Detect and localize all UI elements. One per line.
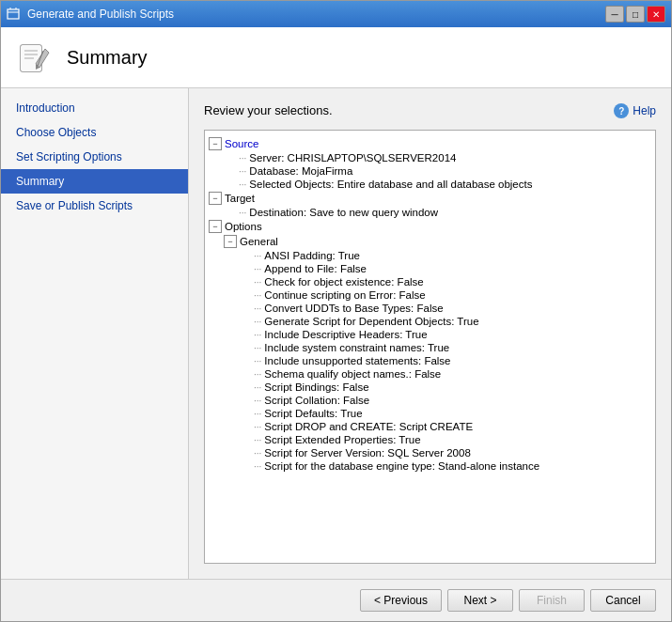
tree-label-continue-scripting: Continue scripting on Error: False <box>264 289 425 301</box>
tree-node-script-engine-type: ··· Script for the database engine type:… <box>209 459 651 473</box>
tree-label-selected-objects: Selected Objects: Entire database and al… <box>249 179 532 190</box>
tree-label-target: Target <box>225 193 255 204</box>
tree-label-script-drop-create: Script DROP and CREATE: Script CREATE <box>264 421 473 432</box>
maximize-button[interactable]: □ <box>626 6 645 23</box>
tree-label-script-extended: Script Extended Properties: True <box>264 434 420 445</box>
tree-node-target: − Target <box>209 191 651 206</box>
tree-label-script-collation: Script Collation: False <box>264 395 369 406</box>
tree-label-check-object: Check for object existence: False <box>264 276 423 288</box>
tree-label-server: Server: CHRISLAPTOP\SQLSERVER2014 <box>249 152 456 163</box>
tree-label-destination: Destination: Save to new query window <box>249 207 438 218</box>
tree-toggle-options[interactable]: − <box>209 220 222 233</box>
main-window: Generate and Publish Scripts ─ □ ✕ Summ <box>0 0 672 622</box>
tree-node-include-constraint: ··· Include system constraint names: Tru… <box>209 341 651 354</box>
wizard-icon <box>16 39 54 76</box>
minimize-button[interactable]: ─ <box>605 6 624 23</box>
tree-node-selected-objects: ··· Selected Objects: Entire database an… <box>209 178 651 191</box>
tree-node-ansi-padding: ··· ANSI Padding: True <box>209 249 651 262</box>
finish-button[interactable]: Finish <box>519 589 585 612</box>
close-button[interactable]: ✕ <box>647 6 665 23</box>
tree-label-database: Database: MojaFirma <box>249 165 352 177</box>
tree-label-script-bindings: Script Bindings: False <box>264 381 368 393</box>
tree-label-include-constraint: Include system constraint names: True <box>264 342 449 353</box>
tree-node-options: − Options <box>209 219 651 234</box>
window-title: Generate and Publish Scripts <box>27 8 174 21</box>
tree-node-convert-uddts: ··· Convert UDDTs to Base Types: False <box>209 302 651 315</box>
tree-content: − Source ··· Server: CHRISLAPTOP\SQLSERV… <box>205 131 655 563</box>
content-area: Introduction Choose Objects Set Scriptin… <box>1 88 671 579</box>
tree-label-script-defaults: Script Defaults: True <box>264 408 362 419</box>
tree-label-options: Options <box>225 221 262 232</box>
sidebar-item-choose-objects[interactable]: Choose Objects <box>1 120 188 145</box>
tree-label-script-server-version: Script for Server Version: SQL Server 20… <box>264 447 470 459</box>
tree-label-generate-script: Generate Script for Dependent Objects: T… <box>264 316 478 327</box>
tree-node-script-collation: ··· Script Collation: False <box>209 394 651 407</box>
tree-view[interactable]: − Source ··· Server: CHRISLAPTOP\SQLSERV… <box>204 130 656 564</box>
main-header: Review your selections. ? Help <box>204 103 656 118</box>
tree-toggle-source[interactable]: − <box>209 137 222 150</box>
tree-label-schema-qualify: Schema qualify object names.: False <box>264 368 441 380</box>
tree-node-schema-qualify: ··· Schema qualify object names.: False <box>209 367 651 381</box>
sidebar-item-save-or-publish[interactable]: Save or Publish Scripts <box>1 194 188 218</box>
tree-node-append-file: ··· Append to File: False <box>209 262 651 275</box>
sidebar-item-introduction[interactable]: Introduction <box>1 96 188 120</box>
title-bar: Generate and Publish Scripts ─ □ ✕ <box>1 1 671 27</box>
tree-label-source: Source <box>225 138 258 149</box>
tree-node-generate-script: ··· Generate Script for Dependent Object… <box>209 315 651 328</box>
tree-node-general: − General <box>209 234 651 249</box>
tree-toggle-target[interactable]: − <box>209 192 222 205</box>
window-controls: ─ □ ✕ <box>605 6 665 23</box>
tree-node-database: ··· Database: MojaFirma <box>209 164 651 178</box>
title-bar-left: Generate and Publish Scripts <box>7 7 174 22</box>
tree-node-destination: ··· Destination: Save to new query windo… <box>209 206 651 219</box>
tree-label-ansi-padding: ANSI Padding: True <box>264 250 360 261</box>
footer: < Previous Next > Finish Cancel <box>1 579 671 621</box>
tree-label-append-file: Append to File: False <box>264 263 367 274</box>
next-button[interactable]: Next > <box>447 589 513 612</box>
page-title: Summary <box>67 47 148 69</box>
svg-rect-0 <box>8 9 19 19</box>
tree-node-script-drop-create: ··· Script DROP and CREATE: Script CREAT… <box>209 420 651 433</box>
tree-node-script-server-version: ··· Script for Server Version: SQL Serve… <box>209 446 651 459</box>
previous-button[interactable]: < Previous <box>360 589 442 612</box>
review-label: Review your selections. <box>204 103 333 117</box>
sidebar: Introduction Choose Objects Set Scriptin… <box>1 88 189 579</box>
sidebar-item-summary[interactable]: Summary <box>1 169 188 194</box>
tree-toggle-general[interactable]: − <box>224 235 237 248</box>
tree-node-include-headers: ··· Include Descriptive Headers: True <box>209 328 651 341</box>
tree-node-server: ··· Server: CHRISLAPTOP\SQLSERVER2014 <box>209 151 651 164</box>
main-panel: Review your selections. ? Help − Source <box>189 88 671 579</box>
tree-label-script-engine-type: Script for the database engine type: Sta… <box>264 460 539 472</box>
tree-node-continue-scripting: ··· Continue scripting on Error: False <box>209 288 651 302</box>
header-section: Summary <box>1 27 671 88</box>
sidebar-item-set-scripting-options[interactable]: Set Scripting Options <box>1 145 188 169</box>
tree-label-convert-uddts: Convert UDDTs to Base Types: False <box>264 303 443 314</box>
tree-label-include-headers: Include Descriptive Headers: True <box>264 329 427 340</box>
tree-node-check-object: ··· Check for object existence: False <box>209 275 651 288</box>
tree-node-source: − Source <box>209 136 651 151</box>
help-button[interactable]: ? Help <box>614 103 656 118</box>
cancel-button[interactable]: Cancel <box>590 589 656 612</box>
tree-node-script-extended: ··· Script Extended Properties: True <box>209 433 651 446</box>
tree-node-script-bindings: ··· Script Bindings: False <box>209 381 651 394</box>
tree-node-include-unsupported: ··· Include unsupported statements: Fals… <box>209 354 651 367</box>
tree-label-include-unsupported: Include unsupported statements: False <box>264 355 450 366</box>
help-icon: ? <box>614 103 629 118</box>
app-icon <box>7 7 22 22</box>
tree-node-script-defaults: ··· Script Defaults: True <box>209 407 651 420</box>
tree-label-general: General <box>240 236 278 247</box>
